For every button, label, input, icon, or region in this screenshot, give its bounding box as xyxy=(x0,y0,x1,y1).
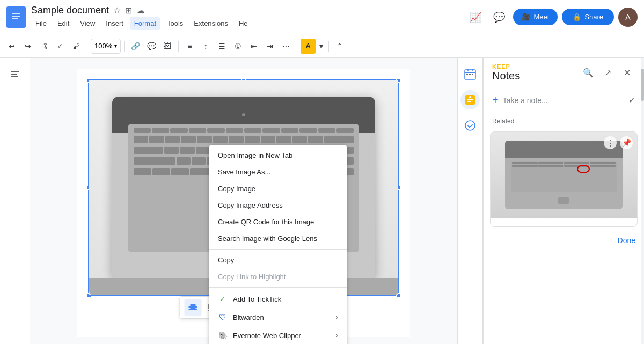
separator-3 xyxy=(178,41,179,52)
keep-laptop-mini xyxy=(505,141,622,209)
keep-scrollbar[interactable] xyxy=(641,58,644,344)
ctx-arrow-evernote: › xyxy=(336,332,338,339)
list-button[interactable]: ☰ xyxy=(214,39,229,54)
comment-icon-btn[interactable]: 💬 xyxy=(489,8,509,27)
keep-search-button[interactable]: 🔍 xyxy=(580,64,597,81)
menu-extensions[interactable]: Extensions xyxy=(189,17,232,30)
done-button[interactable]: Done xyxy=(618,236,635,245)
tasks-icon-btn[interactable] xyxy=(460,116,480,135)
ctx-label-evernote: Evernote Web Clipper xyxy=(233,332,301,340)
cloud-icon[interactable]: ☁ xyxy=(136,5,145,16)
menu-view[interactable]: View xyxy=(76,17,99,30)
ctx-label-ticktick: Add To TickTick xyxy=(233,295,281,303)
avatar[interactable]: A xyxy=(618,8,638,27)
svg-rect-1 xyxy=(12,13,20,14)
calendar-icon-btn[interactable] xyxy=(460,64,480,84)
svg-rect-2 xyxy=(12,16,20,17)
note-pin-icon[interactable]: 📌 xyxy=(620,136,633,149)
toolbar-row: ↩ ↪ 🖨 ✓ 🖌 100% ▾ 🔗 💬 🖼 ≡ ↕ ☰ ① ⇤ ⇥ ⋯ A ▾… xyxy=(0,34,644,58)
meet-button[interactable]: 🎥 Meet xyxy=(513,9,558,25)
align-inline-button[interactable] xyxy=(185,299,202,316)
context-menu: Open Image in New TabSave Image As...Cop… xyxy=(209,145,347,344)
context-menu-item-copy-image-address[interactable]: Copy Image Address xyxy=(209,197,347,214)
separator-5 xyxy=(328,41,329,52)
highlight-button[interactable]: A xyxy=(301,39,316,54)
menu-format[interactable]: Format xyxy=(130,17,160,30)
context-menu-item-open-new-tab[interactable]: Open Image in New Tab xyxy=(209,147,347,164)
align-button[interactable]: ≡ xyxy=(182,39,197,54)
context-menu-item-search-google-lens[interactable]: Search Image with Google Lens xyxy=(209,230,347,247)
context-menu-item-bitwarden[interactable]: 🛡Bitwarden› xyxy=(209,308,347,326)
context-menu-separator xyxy=(209,249,347,250)
outline-icon[interactable] xyxy=(5,64,25,84)
context-menu-item-save-image-as[interactable]: Save Image As... xyxy=(209,164,347,180)
svg-rect-23 xyxy=(465,72,475,73)
highlight-label: A xyxy=(306,42,311,50)
svg-rect-28 xyxy=(472,74,473,75)
svg-point-32 xyxy=(469,96,471,98)
spellcheck-button[interactable]: ✓ xyxy=(53,39,68,54)
menu-file[interactable]: File xyxy=(31,17,51,30)
svg-rect-3 xyxy=(12,18,18,19)
context-menu-item-ticktick[interactable]: ✓Add To TickTick xyxy=(209,290,347,308)
separator-1 xyxy=(87,41,87,52)
context-menu-item-copy[interactable]: Copy xyxy=(209,252,347,268)
add-note-plus-icon[interactable]: + xyxy=(492,94,499,106)
print-button[interactable]: 🖨 xyxy=(36,39,52,54)
svg-rect-26 xyxy=(466,74,468,75)
doc-title: Sample document xyxy=(31,5,109,16)
keep-open-button[interactable]: ↗ xyxy=(599,64,616,81)
indent-left-button[interactable]: ⇤ xyxy=(246,39,261,54)
ctx-arrow-bitwarden: › xyxy=(336,313,338,321)
note-card-body xyxy=(491,218,637,226)
add-note-placeholder[interactable]: Take a note... xyxy=(503,96,624,105)
menu-insert[interactable]: Insert xyxy=(101,17,128,30)
context-menu-item-create-qr[interactable]: Create QR Code for this Image xyxy=(209,214,347,230)
ctx-label-bitwarden: Bitwarden xyxy=(233,313,264,321)
star-icon[interactable]: ☆ xyxy=(113,5,121,16)
note-more-icon[interactable]: ⋮ xyxy=(604,136,617,149)
line-spacing-button[interactable]: ↕ xyxy=(198,39,213,54)
menu-edit[interactable]: Edit xyxy=(53,17,74,30)
move-icon[interactable]: ⊞ xyxy=(125,5,132,16)
share-button[interactable]: 🔒 Share xyxy=(562,9,614,25)
context-menu-separator xyxy=(209,287,347,288)
zoom-arrow: ▾ xyxy=(114,43,117,49)
title-bar: Sample document ☆ ⊞ ☁ File Edit View Ins… xyxy=(0,0,644,34)
svg-point-33 xyxy=(465,121,475,130)
numbered-list-button[interactable]: ① xyxy=(230,39,245,54)
context-menu-item-copy-image[interactable]: Copy Image xyxy=(209,180,347,197)
ctx-label-search-google-lens: Search Image with Google Lens xyxy=(218,235,317,243)
doc-icon xyxy=(6,6,26,28)
paint-format-button[interactable]: 🖌 xyxy=(69,39,84,54)
menu-tools[interactable]: Tools xyxy=(163,17,187,30)
redo-button[interactable]: ↪ xyxy=(20,39,35,54)
done-button-area: Done xyxy=(484,231,644,250)
ctx-icon-bitwarden: 🛡 xyxy=(218,312,228,322)
keep-icon-btn[interactable] xyxy=(460,90,480,109)
ctx-icon-evernote: 🐘 xyxy=(218,331,228,340)
trending-icon-btn[interactable]: 📈 xyxy=(466,8,485,27)
keep-label: KEEP xyxy=(492,63,580,70)
undo-button[interactable]: ↩ xyxy=(4,39,19,54)
insert-link-button[interactable]: 🔗 xyxy=(128,39,143,54)
svg-rect-6 xyxy=(11,76,18,77)
context-menu-item-evernote[interactable]: 🐘Evernote Web Clipper› xyxy=(209,326,347,344)
toolbar-right: 📈 💬 🎥 Meet 🔒 Share A xyxy=(466,8,638,27)
keep-scrollbar-thumb[interactable] xyxy=(641,69,644,101)
more-toolbar-button[interactable]: ⋯ xyxy=(279,39,294,54)
keep-logo: KEEP Notes xyxy=(492,63,580,82)
svg-rect-8 xyxy=(189,309,197,310)
menu-help[interactable]: He xyxy=(235,17,252,30)
insert-comment-button[interactable]: 💬 xyxy=(144,39,159,54)
zoom-selector[interactable]: 100% ▾ xyxy=(91,39,121,54)
keep-header: KEEP Notes 🔍 ↗ ✕ xyxy=(484,58,644,87)
highlight-arrow-button[interactable]: ▾ xyxy=(317,39,325,54)
insert-image-button[interactable]: 🖼 xyxy=(160,39,175,54)
keep-close-button[interactable]: ✕ xyxy=(618,64,635,81)
add-note-check-icon[interactable]: ✓ xyxy=(628,95,635,105)
svg-rect-27 xyxy=(469,74,471,75)
svg-rect-9 xyxy=(191,304,196,309)
collapse-toolbar-button[interactable]: ⌃ xyxy=(332,39,347,54)
indent-right-button[interactable]: ⇥ xyxy=(262,39,277,54)
